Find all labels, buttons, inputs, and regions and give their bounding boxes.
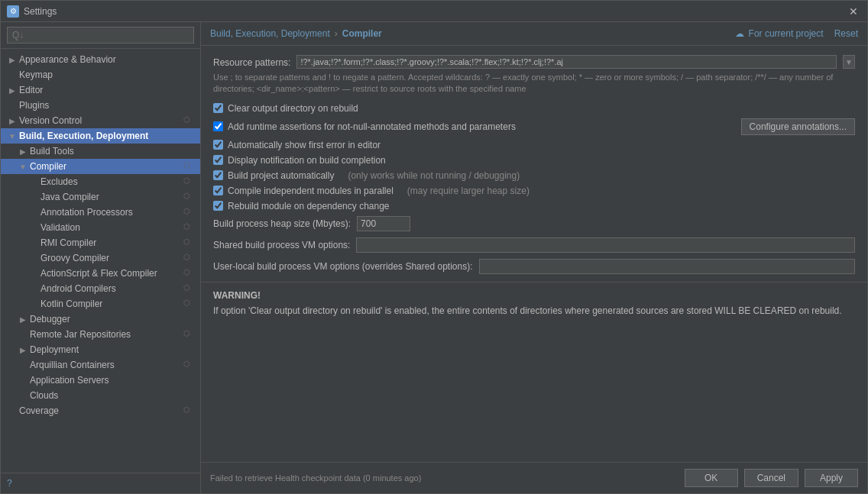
clear-output-checkbox[interactable] [213,103,223,113]
sidebar-item-remote-jar[interactable]: Remote Jar Repositories ⬡ [1,327,200,342]
sidebar-item-label: Android Compilers [40,283,183,294]
sync-icon: ⬡ [183,360,194,370]
resource-patterns-label: Resource patterns: [213,56,290,68]
scrollbar-handle[interactable]: ▼ [843,55,855,69]
sidebar-item-build-exec[interactable]: ▼ Build, Execution, Deployment [1,128,200,144]
help-icon[interactable]: ? [7,478,12,489]
compile-parallel-row: Compile independent modules in parallel … [213,186,855,196]
sidebar-item-clouds[interactable]: Clouds [1,388,200,403]
sidebar-item-label: Validation [40,222,183,233]
show-first-error-checkbox[interactable] [213,140,223,150]
display-notification-row: Display notification on build completion [213,155,855,166]
close-button[interactable]: ✕ [846,4,861,19]
sidebar-item-editor[interactable]: ▶ Editor [1,82,200,98]
user-vm-label: User-local build process VM options (ove… [213,261,473,272]
sidebar-item-rmi-compiler[interactable]: RMI Compiler ⬡ [1,235,200,250]
cancel-button[interactable]: Cancel [744,469,798,487]
resource-patterns-input[interactable] [296,55,837,69]
sidebar-item-compiler[interactable]: ▼ Compiler ⬡ [1,159,200,174]
sidebar-item-deployment[interactable]: ▶ Deployment [1,342,200,357]
breadcrumb-project-label: For current project [749,28,824,39]
rebuild-module-checkbox[interactable] [213,201,223,211]
sync-icon: ⬡ [183,405,194,416]
sidebar-item-debugger[interactable]: ▶ Debugger [1,312,200,327]
sync-icon: ⬡ [183,237,194,248]
sidebar-item-label: Remote Jar Repositories [30,329,183,340]
sidebar-item-annotation-processors[interactable]: Annotation Processors ⬡ [1,205,200,220]
sidebar-item-coverage[interactable]: Coverage ⬡ [1,403,200,418]
sidebar-item-build-tools[interactable]: ▶ Build Tools [1,144,200,159]
user-vm-row: User-local build process VM options (ove… [213,259,855,274]
resource-help-text: Use ; to separate patterns and ! to nega… [213,72,855,95]
sidebar-item-android-compilers[interactable]: Android Compilers ⬡ [1,281,200,296]
sidebar-item-kotlin-compiler[interactable]: Kotlin Compiler ⬡ [1,296,200,312]
sidebar-item-label: RMI Compiler [40,237,183,248]
user-vm-input[interactable] [479,259,856,274]
expand-arrow [28,237,39,248]
sidebar-item-label: Editor [19,85,194,95]
sidebar-item-label: Compiler [30,161,183,172]
sync-icon: ⬡ [183,283,194,294]
sidebar-item-groovy-compiler[interactable]: Groovy Compiler ⬡ [1,250,200,266]
expand-arrow [28,207,39,218]
clear-output-row: Clear output directory on rebuild [213,103,855,114]
sidebar-item-label: ActionScript & Flex Compiler [40,268,183,279]
expand-arrow [18,390,28,401]
compile-parallel-label: Compile independent modules in parallel [228,186,394,196]
window-title: Settings [24,6,846,17]
expand-arrow [28,268,39,279]
heap-size-label: Build process heap size (Mbytes): [213,218,351,229]
build-auto-checkbox[interactable] [213,170,223,180]
expand-arrow [7,69,18,80]
heap-size-row: Build process heap size (Mbytes): [213,216,855,231]
search-input[interactable] [7,27,194,44]
sidebar-item-validation[interactable]: Validation ⬡ [1,220,200,235]
sidebar-item-keymap[interactable]: Keymap [1,67,200,82]
compile-parallel-checkbox[interactable] [213,186,223,195]
expand-arrow [28,299,39,309]
sync-icon: ⬡ [183,207,194,218]
configure-annotations-button[interactable]: Configure annotations... [741,118,855,135]
sidebar-item-label: Deployment [30,344,194,355]
sidebar-item-label: Kotlin Compiler [40,299,183,309]
sync-icon: ⬡ [183,176,194,187]
reset-button[interactable]: Reset [834,28,858,39]
ok-button[interactable]: OK [685,469,738,487]
expand-arrow [7,100,18,111]
title-bar: ⚙ Settings ✕ [1,1,867,22]
shared-vm-row: Shared build process VM options: [213,237,855,253]
sync-icon: ⬡ [183,329,194,340]
display-notification-checkbox[interactable] [213,155,223,165]
sidebar-item-excludes[interactable]: Excludes ⬡ [1,174,200,189]
sidebar-item-label: Keymap [19,69,194,80]
heap-size-input[interactable] [357,216,410,231]
sync-icon: ⬡ [183,253,194,263]
expand-arrow [18,375,28,386]
sidebar-item-app-servers[interactable]: Application Servers [1,373,200,388]
shared-vm-label: Shared build process VM options: [213,240,350,250]
display-notification-label: Display notification on build completion [228,155,386,166]
expand-arrow [7,405,18,416]
expand-arrow: ▶ [18,146,28,157]
sidebar-item-version-control[interactable]: ▶ Version Control ⬡ [1,113,200,128]
warning-text: If option 'Clear output directory on reb… [213,304,855,318]
show-first-error-row: Automatically show first error in editor [213,140,855,150]
add-assertions-label: Add runtime assertions for not-null-anno… [228,121,516,132]
show-first-error-label: Automatically show first error in editor [228,140,381,150]
bottom-bar: Failed to retrieve Health checkpoint dat… [201,462,867,493]
expand-arrow: ▶ [7,85,18,95]
sidebar-item-actionscript-compiler[interactable]: ActionScript & Flex Compiler ⬡ [1,266,200,281]
sidebar-item-java-compiler[interactable]: Java Compiler ⬡ [1,189,200,205]
apply-button[interactable]: Apply [805,469,858,487]
sidebar-item-appearance[interactable]: ▶ Appearance & Behavior [1,52,200,67]
add-assertions-checkbox[interactable] [213,121,223,131]
build-auto-note: (only works while not running / debuggin… [348,170,520,181]
sidebar-item-plugins[interactable]: Plugins [1,98,200,113]
sidebar-item-label: Build Tools [30,146,194,157]
shared-vm-input[interactable] [356,237,855,253]
sidebar-item-arquillian[interactable]: Arquillian Containers ⬡ [1,357,200,373]
expand-arrow: ▼ [18,161,28,172]
expand-arrow: ▶ [7,115,18,126]
sidebar-tree: ▶ Appearance & Behavior Keymap ▶ Editor … [1,49,200,473]
sidebar-item-label: Arquillian Containers [30,360,183,370]
